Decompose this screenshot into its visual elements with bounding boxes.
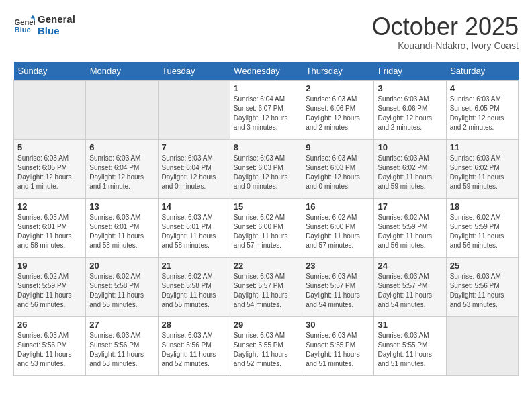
calendar-cell [14,80,86,139]
day-detail: Sunrise: 6:03 AM Sunset: 6:03 PM Dayligh… [306,154,370,191]
svg-marker-2 [31,15,35,19]
calendar-header: SundayMondayTuesdayWednesdayThursdayFrid… [14,62,519,81]
calendar-cell: 22Sunrise: 6:03 AM Sunset: 5:57 PM Dayli… [230,257,302,316]
day-number: 24 [378,261,442,271]
day-detail: Sunrise: 6:03 AM Sunset: 6:02 PM Dayligh… [450,154,515,191]
calendar-cell: 4Sunrise: 6:03 AM Sunset: 6:05 PM Daylig… [446,80,518,139]
logo: General Blue General Blue [13,13,75,36]
day-detail: Sunrise: 6:03 AM Sunset: 6:04 PM Dayligh… [89,154,154,191]
calendar-cell: 24Sunrise: 6:03 AM Sunset: 5:57 PM Dayli… [374,257,446,316]
day-detail: Sunrise: 6:04 AM Sunset: 6:07 PM Dayligh… [234,95,298,132]
header-thursday: Thursday [302,62,374,81]
day-detail: Sunrise: 6:03 AM Sunset: 6:01 PM Dayligh… [17,213,82,250]
calendar-cell: 16Sunrise: 6:02 AM Sunset: 6:00 PM Dayli… [302,198,374,257]
day-number: 8 [234,142,298,152]
logo-blue: Blue [38,25,75,36]
header-sunday: Sunday [14,62,86,81]
week-row-2: 5Sunrise: 6:03 AM Sunset: 6:05 PM Daylig… [14,139,519,198]
calendar-cell: 18Sunrise: 6:02 AM Sunset: 5:59 PM Dayli… [446,198,518,257]
calendar-cell: 21Sunrise: 6:02 AM Sunset: 5:58 PM Dayli… [158,257,230,316]
header-saturday: Saturday [446,62,518,81]
calendar-body: 1Sunrise: 6:04 AM Sunset: 6:07 PM Daylig… [14,80,519,375]
calendar-cell: 7Sunrise: 6:03 AM Sunset: 6:04 PM Daylig… [158,139,230,198]
header-row: SundayMondayTuesdayWednesdayThursdayFrid… [14,62,519,81]
calendar-cell: 10Sunrise: 6:03 AM Sunset: 6:02 PM Dayli… [374,139,446,198]
day-detail: Sunrise: 6:02 AM Sunset: 5:59 PM Dayligh… [450,213,515,250]
calendar-cell: 8Sunrise: 6:03 AM Sunset: 6:03 PM Daylig… [230,139,302,198]
calendar-cell [86,80,158,139]
day-number: 11 [450,142,515,152]
calendar-cell: 31Sunrise: 6:03 AM Sunset: 5:55 PM Dayli… [374,316,446,375]
calendar-cell: 5Sunrise: 6:03 AM Sunset: 6:05 PM Daylig… [14,139,86,198]
day-number: 17 [378,201,442,212]
day-detail: Sunrise: 6:03 AM Sunset: 6:05 PM Dayligh… [450,95,515,132]
day-number: 27 [89,320,154,330]
week-row-4: 19Sunrise: 6:02 AM Sunset: 5:59 PM Dayli… [14,257,519,316]
calendar-cell: 20Sunrise: 6:02 AM Sunset: 5:58 PM Dayli… [86,257,158,316]
header-monday: Monday [86,62,158,81]
day-detail: Sunrise: 6:03 AM Sunset: 5:55 PM Dayligh… [234,331,298,369]
calendar-cell: 1Sunrise: 6:04 AM Sunset: 6:07 PM Daylig… [230,80,302,139]
day-number: 21 [162,261,226,271]
day-detail: Sunrise: 6:03 AM Sunset: 6:04 PM Dayligh… [162,154,226,191]
calendar-cell: 28Sunrise: 6:03 AM Sunset: 5:56 PM Dayli… [158,316,230,375]
day-detail: Sunrise: 6:03 AM Sunset: 6:03 PM Dayligh… [234,154,298,191]
day-number: 14 [162,201,226,212]
day-detail: Sunrise: 6:02 AM Sunset: 5:58 PM Dayligh… [162,272,226,310]
logo-icon: General Blue [13,14,35,36]
calendar-cell [158,80,230,139]
logo-general: General [38,13,75,25]
day-number: 7 [162,142,226,152]
svg-text:Blue: Blue [15,26,31,34]
calendar-cell: 19Sunrise: 6:02 AM Sunset: 5:59 PM Dayli… [14,257,86,316]
title-block: October 2025 Kouandi-Ndakro, Ivory Coast [372,13,519,51]
day-number: 30 [306,320,370,330]
day-number: 2 [306,83,370,93]
day-number: 12 [17,201,82,212]
day-detail: Sunrise: 6:03 AM Sunset: 5:55 PM Dayligh… [306,331,370,369]
day-number: 15 [234,201,298,212]
day-number: 23 [306,261,370,271]
day-number: 3 [378,83,442,93]
day-detail: Sunrise: 6:03 AM Sunset: 6:06 PM Dayligh… [306,95,370,132]
calendar-table: SundayMondayTuesdayWednesdayThursdayFrid… [13,62,519,376]
day-detail: Sunrise: 6:02 AM Sunset: 5:59 PM Dayligh… [378,213,442,250]
week-row-3: 12Sunrise: 6:03 AM Sunset: 6:01 PM Dayli… [14,198,519,257]
day-number: 13 [89,201,154,212]
day-number: 29 [234,320,298,330]
day-number: 18 [450,201,515,212]
page-header: General Blue General Blue October 2025 K… [13,13,519,51]
calendar-cell: 12Sunrise: 6:03 AM Sunset: 6:01 PM Dayli… [14,198,86,257]
day-number: 22 [234,261,298,271]
day-detail: Sunrise: 6:03 AM Sunset: 6:06 PM Dayligh… [378,95,442,132]
day-detail: Sunrise: 6:02 AM Sunset: 5:59 PM Dayligh… [17,272,82,310]
calendar-cell: 15Sunrise: 6:02 AM Sunset: 6:00 PM Dayli… [230,198,302,257]
day-number: 28 [162,320,226,330]
day-detail: Sunrise: 6:03 AM Sunset: 5:56 PM Dayligh… [450,272,515,310]
day-detail: Sunrise: 6:03 AM Sunset: 5:57 PM Dayligh… [306,272,370,310]
month-title: October 2025 [372,13,519,40]
day-number: 19 [17,261,82,271]
location: Kouandi-Ndakro, Ivory Coast [372,40,519,51]
calendar-cell: 14Sunrise: 6:03 AM Sunset: 6:01 PM Dayli… [158,198,230,257]
day-number: 9 [306,142,370,152]
day-detail: Sunrise: 6:03 AM Sunset: 6:01 PM Dayligh… [162,213,226,250]
calendar-cell: 3Sunrise: 6:03 AM Sunset: 6:06 PM Daylig… [374,80,446,139]
day-detail: Sunrise: 6:03 AM Sunset: 5:57 PM Dayligh… [378,272,442,310]
header-wednesday: Wednesday [230,62,302,81]
day-detail: Sunrise: 6:03 AM Sunset: 5:56 PM Dayligh… [162,331,226,369]
day-number: 4 [450,83,515,93]
week-row-1: 1Sunrise: 6:04 AM Sunset: 6:07 PM Daylig… [14,80,519,139]
day-number: 6 [89,142,154,152]
day-detail: Sunrise: 6:03 AM Sunset: 5:55 PM Dayligh… [378,331,442,369]
calendar-cell: 27Sunrise: 6:03 AM Sunset: 5:56 PM Dayli… [86,316,158,375]
day-number: 31 [378,320,442,330]
day-number: 5 [17,142,82,152]
day-number: 25 [450,261,515,271]
calendar-cell: 25Sunrise: 6:03 AM Sunset: 5:56 PM Dayli… [446,257,518,316]
day-detail: Sunrise: 6:02 AM Sunset: 6:00 PM Dayligh… [306,213,370,250]
day-detail: Sunrise: 6:03 AM Sunset: 5:56 PM Dayligh… [17,331,82,369]
day-number: 10 [378,142,442,152]
day-detail: Sunrise: 6:03 AM Sunset: 5:57 PM Dayligh… [234,272,298,310]
calendar-cell: 2Sunrise: 6:03 AM Sunset: 6:06 PM Daylig… [302,80,374,139]
